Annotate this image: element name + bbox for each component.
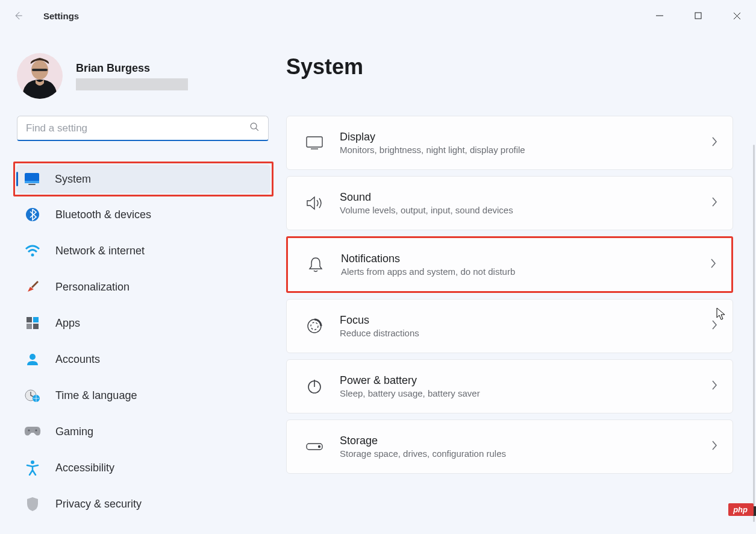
sidebar-item-accessibility[interactable]: Accessibility xyxy=(17,453,271,482)
sidebar-item-accounts[interactable]: Accounts xyxy=(17,345,271,374)
svg-point-30 xyxy=(319,446,320,448)
svg-rect-13 xyxy=(27,317,32,322)
svg-rect-16 xyxy=(33,324,39,329)
svg-point-20 xyxy=(28,430,30,432)
sidebar-item-label: Personalization xyxy=(55,281,130,294)
system-icon xyxy=(23,171,40,187)
bell-icon xyxy=(302,256,329,273)
sidebar-item-bluetooth[interactable]: Bluetooth & devices xyxy=(17,200,271,229)
card-subtitle: Monitors, brightness, night light, displ… xyxy=(340,145,711,155)
power-icon xyxy=(301,378,328,395)
profile-email-redacted xyxy=(76,78,188,90)
clock-globe-icon xyxy=(24,387,41,404)
sidebar-item-system[interactable]: System xyxy=(16,165,270,193)
profile-block[interactable]: Brian Burgess xyxy=(17,53,286,99)
svg-rect-23 xyxy=(307,137,322,147)
shield-icon xyxy=(24,495,41,512)
chevron-right-icon xyxy=(711,440,718,453)
settings-card-list: Display Monitors, brightness, night ligh… xyxy=(286,116,740,474)
accessibility-icon xyxy=(24,459,41,476)
sidebar-item-network[interactable]: Network & internet xyxy=(17,236,271,265)
search-icon xyxy=(249,122,260,134)
paintbrush-icon xyxy=(24,278,41,295)
storage-icon xyxy=(301,441,328,452)
card-title: Power & battery xyxy=(340,374,711,387)
sound-icon xyxy=(301,195,328,211)
card-subtitle: Volume levels, output, input, sound devi… xyxy=(340,205,711,215)
svg-point-21 xyxy=(36,430,37,432)
sidebar-item-label: Bluetooth & devices xyxy=(55,209,151,221)
app-title: Settings xyxy=(43,11,79,21)
back-button[interactable] xyxy=(8,6,28,25)
svg-line-7 xyxy=(256,128,258,131)
card-subtitle: Alerts from apps and system, do not dist… xyxy=(341,266,710,277)
card-display[interactable]: Display Monitors, brightness, night ligh… xyxy=(286,116,733,170)
display-icon xyxy=(301,136,328,150)
watermark-badge: php xyxy=(728,503,754,516)
sidebar-item-label: Network & internet xyxy=(55,245,145,257)
chevron-right-icon xyxy=(711,319,718,333)
card-subtitle: Storage space, drives, configuration rul… xyxy=(340,448,711,459)
close-icon xyxy=(733,12,741,20)
main-content: System Display Monitors, brightness, nig… xyxy=(286,31,756,534)
search-box[interactable] xyxy=(17,116,269,141)
svg-rect-1 xyxy=(695,13,701,19)
card-storage[interactable]: Storage Storage space, drives, configura… xyxy=(286,419,733,474)
card-title: Sound xyxy=(340,191,711,204)
sidebar-item-label: Gaming xyxy=(55,426,93,438)
page-title: System xyxy=(286,54,740,80)
annotation-highlight-system: System xyxy=(13,162,273,196)
chevron-right-icon xyxy=(711,196,718,210)
svg-point-12 xyxy=(31,254,34,257)
svg-point-22 xyxy=(31,460,34,464)
card-power-battery[interactable]: Power & battery Sleep, battery usage, ba… xyxy=(286,359,733,413)
card-title: Storage xyxy=(340,435,711,447)
svg-rect-14 xyxy=(33,317,39,322)
sidebar: Brian Burgess System xyxy=(0,31,286,534)
nav-list: System Bluetooth & devices Network & int… xyxy=(17,162,286,526)
close-button[interactable] xyxy=(717,1,756,30)
card-title: Notifications xyxy=(341,253,710,265)
settings-window: Settings xyxy=(0,0,756,534)
sidebar-item-time-language[interactable]: Time & language xyxy=(17,381,271,410)
svg-point-17 xyxy=(30,354,36,360)
maximize-icon xyxy=(695,12,702,19)
sidebar-item-privacy[interactable]: Privacy & security xyxy=(17,489,271,518)
scrollbar[interactable] xyxy=(753,145,755,522)
profile-name: Brian Burgess xyxy=(76,62,188,75)
search-input[interactable] xyxy=(26,122,249,134)
chevron-right-icon xyxy=(711,380,718,393)
chevron-right-icon xyxy=(711,136,718,149)
sidebar-item-label: Accessibility xyxy=(55,462,114,474)
sidebar-item-label: Apps xyxy=(55,317,80,330)
card-title: Display xyxy=(340,131,711,143)
minimize-button[interactable] xyxy=(640,1,679,30)
person-icon xyxy=(24,351,41,368)
card-focus[interactable]: Focus Reduce distractions xyxy=(286,299,733,353)
gamepad-icon xyxy=(24,423,41,440)
window-controls xyxy=(640,1,756,30)
focus-icon xyxy=(301,318,328,335)
minimize-icon xyxy=(656,12,663,19)
sidebar-item-personalization[interactable]: Personalization xyxy=(17,272,271,301)
sidebar-item-label: Privacy & security xyxy=(55,498,142,510)
svg-rect-9 xyxy=(25,181,39,183)
chevron-right-icon xyxy=(710,258,717,271)
sidebar-item-gaming[interactable]: Gaming xyxy=(17,417,271,446)
apps-icon xyxy=(24,315,41,331)
svg-rect-5 xyxy=(32,69,48,71)
card-sound[interactable]: Sound Volume levels, output, input, soun… xyxy=(286,176,733,230)
svg-rect-15 xyxy=(27,324,32,329)
maximize-button[interactable] xyxy=(679,1,717,30)
back-arrow-icon xyxy=(13,10,23,21)
avatar xyxy=(17,53,63,99)
card-subtitle: Reduce distractions xyxy=(340,328,711,338)
svg-point-6 xyxy=(251,123,257,129)
titlebar: Settings xyxy=(0,0,756,31)
sidebar-item-apps[interactable]: Apps xyxy=(17,309,271,338)
sidebar-item-label: Time & language xyxy=(55,389,137,402)
wifi-icon xyxy=(24,242,41,259)
svg-point-26 xyxy=(311,322,318,330)
card-notifications[interactable]: Notifications Alerts from apps and syste… xyxy=(286,236,733,293)
sidebar-item-label: System xyxy=(55,173,91,186)
